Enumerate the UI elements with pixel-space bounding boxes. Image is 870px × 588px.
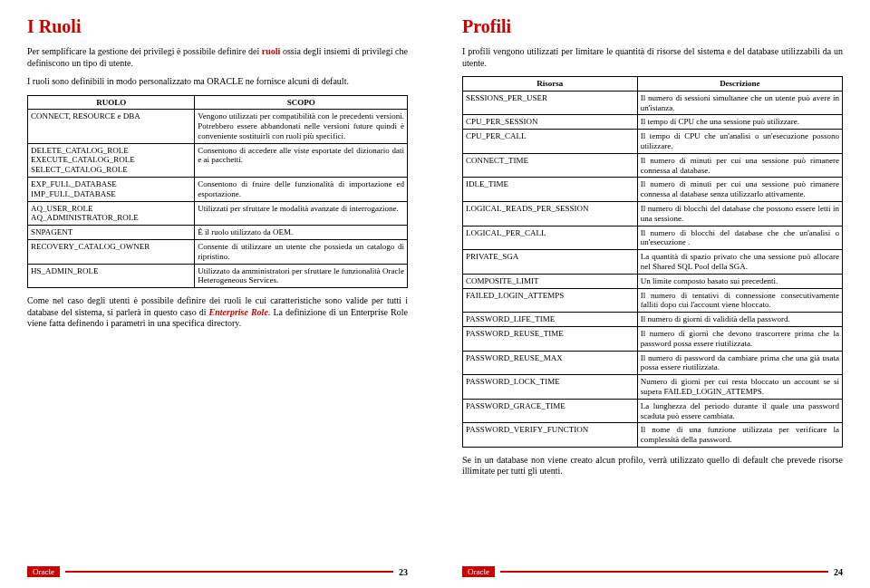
emphasis-enterprise-role: Enterprise Role: [209, 307, 268, 317]
cell-value: Il numero di tentativi di connessione co…: [637, 288, 842, 313]
table-row: PASSWORD_LOCK_TIMENumero di giorni per c…: [463, 375, 843, 400]
cell-key: PASSWORD_REUSE_MAX: [463, 351, 638, 375]
cell-value: Il nome di una funzione utilizzata per v…: [637, 423, 842, 448]
page-left-content: I Ruoli Per semplificare la gestione dei…: [27, 16, 408, 566]
table-row: PASSWORD_VERIFY_FUNCTIONIl nome di una f…: [463, 423, 843, 448]
table-row: SESSIONS_PER_USERIl numero di sessioni s…: [463, 91, 843, 115]
cell-value: Consente di utilizzare un utente che pos…: [195, 240, 408, 265]
footer-page-number: 24: [834, 567, 843, 577]
table-row: CONNECT, RESOURCE e DBAVengono utilizzat…: [28, 110, 408, 143]
table-profili: Risorsa Descrizione SESSIONS_PER_USERIl …: [462, 76, 843, 448]
cell-key: PASSWORD_GRACE_TIME: [463, 399, 638, 423]
cell-key: IDLE_TIME: [463, 178, 638, 202]
footer-label: Oracle: [27, 566, 60, 577]
table-ruoli: RUOLO SCOPO CONNECT, RESOURCE e DBAVengo…: [27, 95, 408, 289]
cell-value: La lunghezza del periodo durante il qual…: [637, 399, 842, 423]
table-row: DELETE_CATALOG_ROLE EXECUTE_CATALOG_ROLE…: [28, 143, 408, 177]
cell-value: Vengono utilizzati per compatibilità con…: [195, 110, 408, 143]
cell-key: EXP_FULL_DATABASE IMP_FULL_DATABASE: [28, 178, 195, 202]
table-row: AQ_USER_ROLE AQ_ADMINISTRATOR_ROLEUtiliz…: [28, 201, 408, 226]
cell-key: AQ_USER_ROLE AQ_ADMINISTRATOR_ROLE: [28, 201, 195, 226]
para-ruoli-intro: Per semplificare la gestione dei privile…: [27, 46, 408, 69]
table-row: EXP_FULL_DATABASE IMP_FULL_DATABASEConse…: [28, 178, 408, 202]
cell-key: HS_ADMIN_ROLE: [28, 264, 195, 288]
table-row: PASSWORD_GRACE_TIMELa lunghezza del peri…: [463, 399, 843, 423]
table-row: RECOVERY_CATALOG_OWNERConsente di utiliz…: [28, 240, 408, 265]
cell-key: FAILED_LOGIN_ATTEMPS: [463, 288, 638, 313]
footer-right: Oracle 24: [462, 566, 843, 577]
th-scopo: SCOPO: [195, 95, 408, 110]
cell-key: PASSWORD_LIFE_TIME: [463, 313, 638, 327]
cell-value: Un limite composto basato sui precedenti…: [637, 274, 842, 288]
footer-page-number: 23: [399, 567, 408, 577]
cell-value: Il tempo di CPU che una sessione può uti…: [637, 115, 842, 130]
text: Per semplificare la gestione dei privile…: [27, 46, 262, 56]
cell-key: PASSWORD_VERIFY_FUNCTION: [463, 423, 638, 448]
footer-label: Oracle: [462, 566, 495, 577]
table-row: LOGICAL_PER_CALLIl numero di blocchi del…: [463, 226, 843, 250]
footer-bar: [500, 571, 828, 573]
cell-key: PRIVATE_SGA: [463, 250, 638, 275]
table-row: CPU_PER_SESSIONIl tempo di CPU che una s…: [463, 115, 843, 130]
cell-value: Il numero di blocchi del database che po…: [637, 201, 842, 226]
heading-profili: Profili: [462, 16, 843, 37]
table-ruoli-body: CONNECT, RESOURCE e DBAVengono utilizzat…: [28, 110, 408, 288]
table-row: IDLE_TIMEIl numero di minuti per cui una…: [463, 178, 843, 202]
cell-key: DELETE_CATALOG_ROLE EXECUTE_CATALOG_ROLE…: [28, 143, 195, 177]
cell-key: LOGICAL_READS_PER_SESSION: [463, 201, 638, 226]
cell-value: Numero di giorni per cui resta bloccato …: [637, 375, 842, 400]
table-row: SNPAGENTÈ il ruolo utilizzato da OEM.: [28, 226, 408, 240]
cell-key: SNPAGENT: [28, 226, 195, 240]
table-header-row: Risorsa Descrizione: [463, 77, 843, 92]
table-header-row: RUOLO SCOPO: [28, 95, 408, 110]
page-left: I Ruoli Per semplificare la gestione dei…: [0, 0, 435, 588]
table-row: PASSWORD_REUSE_TIMEIl numero di giorni c…: [463, 326, 843, 351]
cell-key: CONNECT, RESOURCE e DBA: [28, 110, 195, 143]
table-row: CPU_PER_CALLIl tempo di CPU che un'anali…: [463, 130, 843, 154]
table-profili-body: SESSIONS_PER_USERIl numero di sessioni s…: [463, 91, 843, 447]
para-enterprise-role: Come nel caso degli utenti è possibile d…: [27, 295, 408, 330]
heading-ruoli: I Ruoli: [27, 16, 408, 37]
cell-value: È il ruolo utilizzato da OEM.: [195, 226, 408, 240]
cell-key: PASSWORD_REUSE_TIME: [463, 326, 638, 351]
table-row: PASSWORD_LIFE_TIMEIl numero di giorni di…: [463, 313, 843, 327]
cell-key: COMPOSITE_LIMIT: [463, 274, 638, 288]
para-ruoli-default: I ruoli sono definibili in modo personal…: [27, 76, 408, 88]
footer-left: Oracle 23: [27, 566, 408, 577]
cell-key: CONNECT_TIME: [463, 153, 638, 178]
cell-value: Il numero di minuti per cui una sessione…: [637, 153, 842, 178]
cell-value: Il numero di password da cambiare prima …: [637, 351, 842, 375]
table-row: PASSWORD_REUSE_MAXIl numero di password …: [463, 351, 843, 375]
cell-key: PASSWORD_LOCK_TIME: [463, 375, 638, 400]
cell-value: La quantità di spazio privato che una se…: [637, 250, 842, 275]
table-row: HS_ADMIN_ROLEUtilizzato da amministrator…: [28, 264, 408, 288]
cell-value: Il tempo di CPU che un'analisi o un'esec…: [637, 130, 842, 154]
cell-key: CPU_PER_CALL: [463, 130, 638, 154]
table-row: PRIVATE_SGALa quantità di spazio privato…: [463, 250, 843, 275]
emphasis-ruoli: ruoli: [262, 46, 281, 56]
cell-key: CPU_PER_SESSION: [463, 115, 638, 130]
cell-key: SESSIONS_PER_USER: [463, 91, 638, 115]
cell-value: Il numero di sessioni simultanee che un …: [637, 91, 842, 115]
cell-key: RECOVERY_CATALOG_OWNER: [28, 240, 195, 265]
cell-value: Il numero di minuti per cui una sessione…: [637, 178, 842, 202]
cell-key: LOGICAL_PER_CALL: [463, 226, 638, 250]
cell-value: Consentono di accedere alle viste esport…: [195, 143, 408, 177]
para-profili-default: Se in un database non viene creato alcun…: [462, 455, 843, 477]
page-right: Profili I profili vengono utilizzati per…: [435, 0, 870, 588]
cell-value: Consentono di fruire delle funzionalità …: [195, 178, 408, 202]
cell-value: Il numero di blocchi del database che ch…: [637, 226, 842, 250]
table-row: COMPOSITE_LIMITUn limite composto basato…: [463, 274, 843, 288]
page-right-content: Profili I profili vengono utilizzati per…: [462, 16, 843, 566]
cell-value: Utilizzati per sfruttare le modalità ava…: [195, 201, 408, 226]
cell-value: Il numero di giorni di validità della pa…: [637, 313, 842, 327]
table-row: LOGICAL_READS_PER_SESSIONIl numero di bl…: [463, 201, 843, 226]
th-ruolo: RUOLO: [28, 95, 195, 110]
para-profili-intro: I profili vengono utilizzati per limitar…: [462, 46, 843, 69]
cell-value: Il numero di giorni che devono trascorre…: [637, 326, 842, 351]
table-row: FAILED_LOGIN_ATTEMPSIl numero di tentati…: [463, 288, 843, 313]
cell-value: Utilizzato da amministratori per sfrutta…: [195, 264, 408, 288]
footer-bar: [65, 571, 393, 573]
th-risorsa: Risorsa: [463, 77, 638, 92]
th-descrizione: Descrizione: [637, 77, 842, 92]
